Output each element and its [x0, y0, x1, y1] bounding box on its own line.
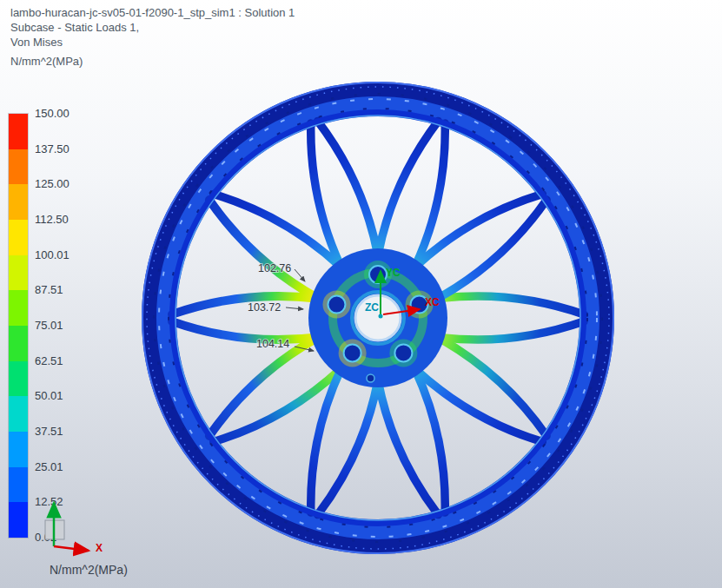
legend-label: 125.00	[35, 177, 70, 191]
triad-x-label: X	[96, 542, 103, 554]
legend-label: 50.01	[35, 389, 70, 403]
legend-band	[9, 184, 28, 220]
legend-label: 100.01	[35, 248, 70, 262]
legend-band	[9, 396, 28, 432]
legend-band	[9, 290, 28, 326]
lug-bolt-hole	[344, 344, 361, 361]
legend-band	[9, 220, 28, 255]
header-subcase-line: Subcase - Static Loads 1,	[10, 20, 295, 35]
legend-label: 62.51	[35, 354, 70, 368]
probe1-leader	[295, 269, 305, 281]
legend-label: 150.00	[35, 107, 70, 121]
csys-xc-label: XC	[425, 296, 440, 308]
legend-band	[9, 361, 28, 397]
view-triad[interactable]: X	[26, 491, 130, 569]
legend-band	[9, 432, 28, 467]
csys-yc-label: YC	[386, 267, 401, 279]
legend-label: 37.51	[35, 425, 70, 439]
wheel-spoke	[438, 321, 585, 340]
wheel-spoke	[438, 296, 585, 314]
wheel-spoke	[172, 296, 319, 314]
legend-label: 25.01	[35, 460, 70, 474]
wheel-hub	[308, 248, 447, 387]
legend-band	[9, 255, 28, 291]
legend-bar	[9, 114, 28, 538]
legend-labels: 150.00137.50125.00112.50100.0187.5175.01…	[35, 107, 70, 545]
viewport-3d[interactable]: lambo-huracan-jc-sv05-01-f2090-1_stp_sim…	[0, 0, 722, 588]
legend-unit-label: N/mm^2(MPa)	[50, 563, 128, 577]
wheel-model[interactable]: YC ZC XC 102.76 103.72 104.14	[126, 66, 630, 570]
wheel-spoke	[172, 321, 319, 340]
probe3-label[interactable]: 104.14	[256, 338, 289, 350]
legend-band	[9, 467, 28, 503]
legend-label: 75.01	[35, 319, 70, 333]
legend-label: 112.50	[35, 213, 70, 227]
legend-band	[9, 326, 28, 361]
lug-bolt-hole	[369, 266, 387, 283]
header-solution-line: lambo-huracan-jc-sv05-01-f2090-1_stp_sim…	[10, 5, 295, 20]
valve-hole	[367, 374, 374, 382]
legend-band	[9, 114, 28, 149]
lug-bolt-hole	[328, 296, 345, 314]
probe2-label[interactable]: 103.72	[248, 301, 281, 314]
legend-label: 137.50	[35, 142, 70, 156]
probe1-label[interactable]: 102.76	[258, 262, 291, 274]
result-header: lambo-huracan-jc-sv05-01-f2090-1_stp_sim…	[10, 5, 295, 69]
legend-band	[9, 502, 28, 538]
triad-x-axis	[54, 546, 89, 551]
legend-band	[9, 149, 28, 185]
legend-label: 87.51	[35, 283, 70, 297]
probe2-leader	[286, 307, 303, 309]
csys-zc-label: ZC	[365, 301, 379, 314]
header-result-type: Von Mises	[10, 35, 295, 50]
lug-bolt-hole	[394, 344, 412, 361]
